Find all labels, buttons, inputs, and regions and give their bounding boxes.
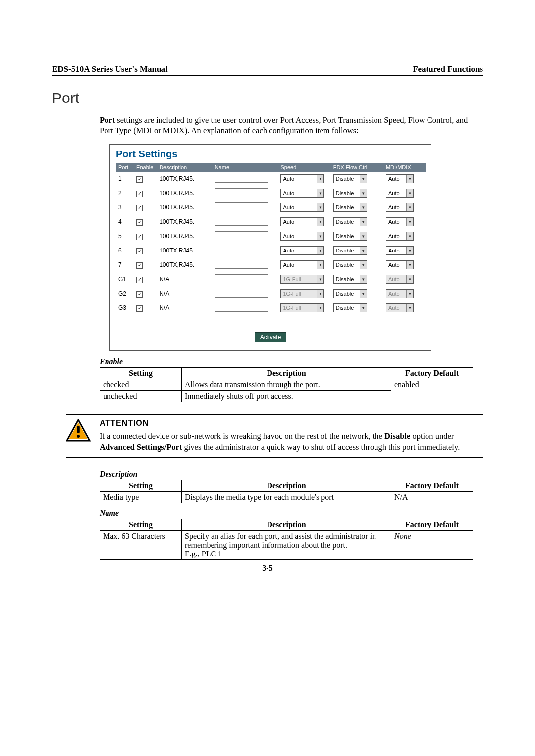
port-settings-header-row: Port Enable Description Name Speed FDX F… <box>116 163 426 172</box>
name-input[interactable] <box>215 303 268 312</box>
svg-point-3 <box>77 435 80 438</box>
fdx-select[interactable]: Disable▼ <box>333 232 367 241</box>
enable-cell: ✓ <box>134 201 157 215</box>
speed-cell: 1G-Full▼ <box>278 301 330 315</box>
enable-checkbox[interactable]: ✓ <box>136 191 143 197</box>
chevron-down-icon: ▼ <box>317 247 323 254</box>
name-input[interactable] <box>215 260 268 269</box>
th-description: Description <box>182 480 391 492</box>
page-header: EDS-510A Series User's Manual Featured F… <box>52 64 483 76</box>
mdi-select[interactable]: Auto▼ <box>386 246 414 255</box>
port-cell: 1 <box>116 172 134 186</box>
mdi-select[interactable]: Auto▼ <box>386 217 414 226</box>
enable-checkbox[interactable]: ✓ <box>136 205 143 211</box>
fdx-select[interactable]: Disable▼ <box>333 289 367 298</box>
attention-text-part: gives the administrator a quick way to s… <box>182 442 460 452</box>
mdi-select[interactable]: Auto▼ <box>386 203 414 212</box>
fdx-select[interactable]: Disable▼ <box>333 303 367 312</box>
description-cell: 100TX,RJ45. <box>157 172 213 186</box>
port-row: 3✓100TX,RJ45.Auto▼Disable▼Auto▼ <box>116 201 426 215</box>
mdi-value: Auto <box>388 233 400 239</box>
fdx-select[interactable]: Disable▼ <box>333 275 367 284</box>
port-cell: 3 <box>116 201 134 215</box>
mdi-select: Auto▼ <box>386 303 414 312</box>
mdi-select[interactable]: Auto▼ <box>386 232 414 241</box>
name-input[interactable] <box>215 274 268 283</box>
speed-value: Auto <box>283 190 294 196</box>
description-cell: 100TX,RJ45. <box>157 229 213 244</box>
th-setting: Setting <box>100 480 182 492</box>
chevron-down-icon: ▼ <box>317 189 323 197</box>
enable-cell: ✓ <box>134 301 157 315</box>
name-input[interactable] <box>215 188 268 197</box>
fdx-select[interactable]: Disable▼ <box>333 260 367 269</box>
chevron-down-icon: ▼ <box>360 232 367 240</box>
attention-label: ATTENTION <box>100 419 483 428</box>
chevron-down-icon: ▼ <box>360 261 367 269</box>
enable-checkbox[interactable]: ✓ <box>136 305 143 312</box>
attention-text: If a connected device or sub-network is … <box>100 431 483 453</box>
enable-checkbox[interactable]: ✓ <box>136 277 143 283</box>
chevron-down-icon: ▼ <box>406 290 413 298</box>
enable-checkbox[interactable]: ✓ <box>136 234 143 240</box>
name-input[interactable] <box>215 246 268 254</box>
enable-checkbox[interactable]: ✓ <box>136 291 143 298</box>
fdx-select[interactable]: Disable▼ <box>333 189 367 198</box>
fdx-select[interactable]: Disable▼ <box>333 246 367 255</box>
chevron-down-icon: ▼ <box>406 304 413 312</box>
fdx-value: Disable <box>336 248 354 253</box>
name-input[interactable] <box>215 217 268 226</box>
mdi-select[interactable]: Auto▼ <box>386 189 414 198</box>
name-input[interactable] <box>215 289 268 298</box>
speed-select: 1G-Full▼ <box>280 303 324 312</box>
attention-text-part: option under <box>410 431 454 441</box>
cell-setting: Media type <box>100 492 182 503</box>
speed-cell: Auto▼ <box>278 229 330 244</box>
name-cell <box>213 258 278 272</box>
name-cell <box>213 287 278 301</box>
speed-select[interactable]: Auto▼ <box>280 246 324 255</box>
chevron-down-icon: ▼ <box>406 218 413 226</box>
mdi-select[interactable]: Auto▼ <box>386 260 414 269</box>
mdi-value: Auto <box>388 248 400 253</box>
chevron-down-icon: ▼ <box>360 304 367 312</box>
enable-checkbox[interactable]: ✓ <box>136 176 143 183</box>
enable-checkbox[interactable]: ✓ <box>136 248 143 254</box>
enable-checkbox[interactable]: ✓ <box>136 262 143 269</box>
svg-rect-2 <box>77 426 80 433</box>
enable-cell: ✓ <box>134 272 157 287</box>
speed-select[interactable]: Auto▼ <box>280 189 324 198</box>
speed-select[interactable]: Auto▼ <box>280 217 324 226</box>
chevron-down-icon: ▼ <box>360 189 367 197</box>
cell-default-italic: None <box>394 532 411 540</box>
activate-button[interactable]: Activate <box>255 332 287 342</box>
fdx-value: Disable <box>336 219 354 225</box>
attention-text-bold: Disable <box>384 431 410 441</box>
port-row: 4✓100TX,RJ45.Auto▼Disable▼Auto▼ <box>116 215 426 229</box>
enable-cell: ✓ <box>134 186 157 201</box>
cell-default: N/A <box>391 492 473 503</box>
mdi-value: Auto <box>388 176 400 182</box>
name-input[interactable] <box>215 231 268 240</box>
speed-select[interactable]: Auto▼ <box>280 232 324 241</box>
speed-select[interactable]: Auto▼ <box>280 203 324 212</box>
fdx-select[interactable]: Disable▼ <box>333 217 367 226</box>
mdi-select: Auto▼ <box>386 275 414 284</box>
enable-checkbox[interactable]: ✓ <box>136 219 143 226</box>
chevron-down-icon: ▼ <box>360 203 367 211</box>
mdi-select[interactable]: Auto▼ <box>386 174 414 183</box>
th-setting: Setting <box>100 519 182 531</box>
fdx-select[interactable]: Disable▼ <box>333 174 367 183</box>
fdx-select[interactable]: Disable▼ <box>333 203 367 212</box>
speed-select[interactable]: Auto▼ <box>280 260 324 269</box>
fdx-cell: Disable▼ <box>331 287 383 301</box>
description-cell: 100TX,RJ45. <box>157 186 213 201</box>
port-row: 6✓100TX,RJ45.Auto▼Disable▼Auto▼ <box>116 244 426 258</box>
name-input[interactable] <box>215 174 268 183</box>
speed-cell: Auto▼ <box>278 244 330 258</box>
attention-text-bold: Advanced Settings/Port <box>100 442 182 452</box>
name-input[interactable] <box>215 202 268 211</box>
port-cell: G2 <box>116 287 134 301</box>
fdx-value: Disable <box>336 305 354 311</box>
speed-select[interactable]: Auto▼ <box>280 174 324 183</box>
